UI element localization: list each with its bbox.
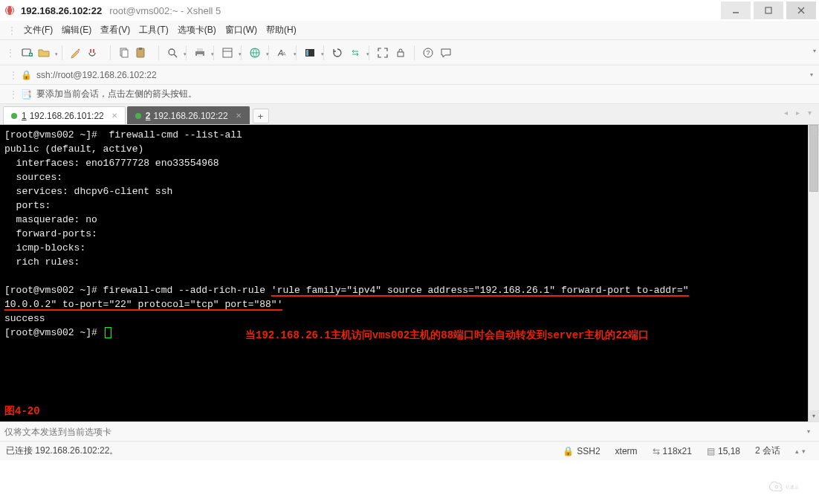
figure-label: 图4-20 [4,404,40,419]
transfer-button[interactable]: ▾ [347,45,363,61]
terminal-area: [root@vms002 ~]# firewall-cmd --list-all… [0,125,819,421]
size-icon: ⇆ [653,446,660,456]
svg-point-14 [169,49,175,55]
title-ip: 192.168.26.102:22 [21,5,102,16]
disconnect-button[interactable] [84,45,100,61]
terminal[interactable]: [root@vms002 ~]# firewall-cmd --list-all… [0,125,808,421]
copy-button[interactable] [116,45,132,61]
terminal-line: forward-ports: [4,228,97,239]
scrollbar[interactable]: ▴ ▾ [808,125,819,421]
hint-text: 要添加当前会话，点击左侧的箭头按钮。 [36,88,197,100]
terminal-line: 10.0.0.2" to-port="22" protocol="tcp" po… [4,299,282,310]
highlight-button[interactable] [68,45,84,61]
app-icon [3,4,16,17]
terminal-line: services: dhcpv6-client ssh [4,186,172,197]
hint-bar: ⋮ 📑 要添加当前会话，点击左侧的箭头按钮。 [0,85,819,104]
chat-button[interactable] [438,45,454,61]
scroll-down-button[interactable]: ▾ [809,410,819,421]
tab-scroll-arrows[interactable]: ◂ ▸ ▾ [784,109,815,117]
status-size: 118x21 [663,446,692,456]
cursor [105,327,111,338]
svg-rect-11 [122,50,128,57]
svg-point-9 [78,48,80,51]
menu-tools[interactable]: 工具(T) [139,24,168,36]
font-button[interactable]: AA▾ [274,45,291,61]
terminal-line: public (default, active) [4,143,143,155]
new-session-button[interactable] [19,45,36,61]
status-proto: SSH2 [577,446,600,456]
svg-text:A: A [282,51,286,56]
menu-tabs[interactable]: 选项卡(B) [178,24,216,36]
terminal-line: ports: [4,200,51,211]
bookmark-icon[interactable]: 📑 [21,89,32,100]
addr-grip: ⋮ [9,70,18,80]
address-bar: ⋮ 🔒 ssh://root@192.168.26.102:22 ▾ [0,65,819,85]
open-session-button[interactable]: ▾ [36,45,52,61]
status-dot-icon [135,113,141,119]
terminal-line: sources: [4,172,62,183]
properties-button[interactable]: ▾ [219,45,236,61]
menu-window[interactable]: 窗口(W) [225,24,257,36]
globe-button[interactable]: ▾ [247,45,263,61]
svg-text:?: ? [427,49,430,56]
refresh-button[interactable] [329,45,346,61]
title-bar: 192.168.26.102:22 root@vms002:~ - Xshell… [0,0,819,21]
toolbar-grip: ⋮ [6,48,15,58]
tab-close-icon[interactable]: ✕ [111,112,117,120]
address-dropdown[interactable]: ▾ [810,71,813,78]
watermark: 亿速云 [767,475,813,500]
compose-bar: ▾ [0,421,819,441]
svg-rect-13 [139,48,142,50]
find-button[interactable]: ▾ [164,45,181,61]
terminal-line: [root@vms002 ~]# firewall-cmd --add-rich… [4,285,689,296]
svg-rect-18 [197,54,203,57]
color-scheme-button[interactable]: ▾ [302,45,318,61]
fullscreen-button[interactable] [375,45,391,61]
menu-file[interactable]: 文件(F) [24,24,53,36]
svg-rect-19 [223,48,232,57]
tab-close-icon[interactable]: ✕ [236,112,242,120]
close-button[interactable] [786,1,816,19]
tab-add-button[interactable]: + [253,109,269,123]
toolbar: ⋮ ▾ ▾ ▾ ▾ ▾ AA▾ ▾ ▾ ? ▾ [0,40,819,65]
menu-help[interactable]: 帮助(H) [266,24,297,36]
status-dot-icon [11,113,17,119]
tab-number: 1 [22,111,27,121]
help-button[interactable]: ? [420,45,436,61]
compose-input[interactable] [4,425,803,439]
status-pos: 15,18 [718,446,740,456]
watermark-text: 亿速云 [785,485,799,489]
paste-button[interactable] [132,45,149,61]
annotation-text: 当192.168.26.1主机访问vms002主机的88端口时会自动转发到ser… [245,329,649,343]
tab-label: 192.168.26.101:22 [30,111,104,121]
maximize-button[interactable] [754,1,783,19]
address-url[interactable]: ssh://root@192.168.26.102:22 [36,70,157,80]
tab-bar: 1 192.168.26.101:22 ✕ 2 192.168.26.102:2… [0,104,819,125]
svg-rect-17 [197,48,203,51]
compose-dropdown[interactable]: ▾ [803,428,815,435]
terminal-line: [root@vms002 ~]# [4,327,111,338]
menu-view[interactable]: 查看(V) [100,24,130,36]
toolbar-overflow[interactable]: ▾ [813,48,816,54]
sessions-up-icon[interactable]: ▴ [795,448,799,455]
tab-session-2[interactable]: 2 192.168.26.102:22 ✕ [127,106,250,124]
svg-rect-26 [398,52,404,56]
menu-grip: ⋮ [7,25,16,36]
terminal-line: interfaces: eno16777728 eno33554968 [4,158,219,169]
lock-icon: 🔒 [21,70,32,80]
tab-number: 2 [146,111,151,121]
terminal-line: [root@vms002 ~]# firewall-cmd --list-all [4,129,242,140]
grid-icon: ▤ [707,446,715,456]
svg-point-29 [775,485,778,488]
sessions-down-icon[interactable]: ▾ [802,448,806,455]
svg-rect-2 [765,7,771,13]
lock-button[interactable] [392,45,409,61]
tab-session-1[interactable]: 1 192.168.26.101:22 ✕ [3,106,126,124]
status-bar: 已连接 192.168.26.102:22。 🔒SSH2 xterm ⇆118x… [0,441,819,460]
print-button[interactable]: ▾ [192,45,208,61]
lock-icon: 🔒 [563,446,574,456]
minimize-button[interactable] [721,1,751,19]
menu-edit[interactable]: 编辑(E) [62,24,91,36]
terminal-line: success [4,313,45,324]
scroll-thumb[interactable] [809,125,818,192]
